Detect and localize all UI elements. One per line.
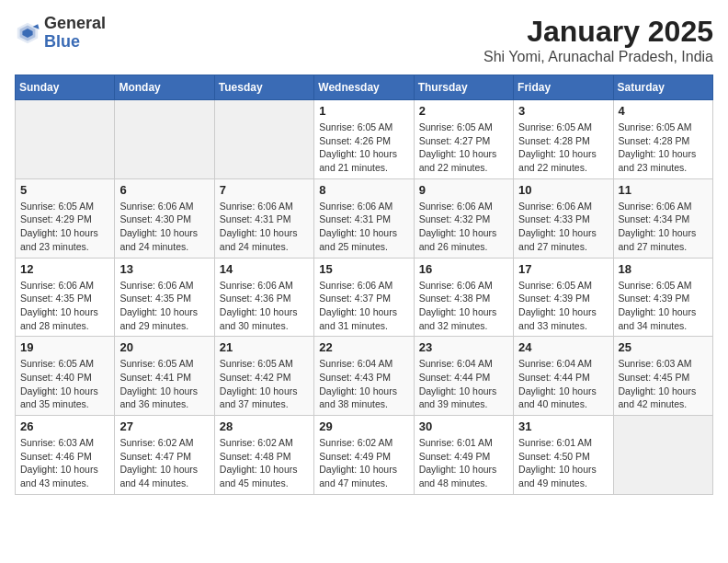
day-detail: Sunrise: 6:06 AMSunset: 4:38 PMDaylight:… — [419, 279, 508, 333]
day-number: 16 — [419, 262, 508, 276]
day-number: 25 — [619, 340, 708, 354]
day-number: 15 — [319, 262, 408, 276]
day-number: 22 — [319, 340, 408, 354]
calendar-week-row: 1Sunrise: 6:05 AMSunset: 4:26 PMDaylight… — [16, 100, 713, 179]
day-number: 17 — [518, 262, 608, 276]
day-detail: Sunrise: 6:06 AMSunset: 4:30 PMDaylight:… — [119, 200, 209, 254]
calendar-cell: 12Sunrise: 6:06 AMSunset: 4:35 PMDayligh… — [16, 258, 115, 337]
calendar-cell: 1Sunrise: 6:05 AMSunset: 4:26 PMDaylight… — [314, 100, 414, 179]
calendar-cell — [115, 100, 214, 179]
calendar-cell: 3Sunrise: 6:05 AMSunset: 4:28 PMDaylight… — [514, 100, 613, 179]
day-detail: Sunrise: 6:06 AMSunset: 4:37 PMDaylight:… — [319, 279, 408, 333]
day-number: 31 — [518, 419, 608, 433]
day-number: 7 — [220, 183, 309, 197]
calendar-cell: 27Sunrise: 6:02 AMSunset: 4:47 PMDayligh… — [115, 416, 214, 495]
calendar-cell: 9Sunrise: 6:06 AMSunset: 4:32 PMDaylight… — [414, 178, 513, 258]
logo-general-text: General — [44, 14, 106, 32]
day-detail: Sunrise: 6:05 AMSunset: 4:29 PMDaylight:… — [20, 200, 109, 254]
calendar-week-row: 26Sunrise: 6:03 AMSunset: 4:46 PMDayligh… — [16, 416, 713, 495]
day-number: 29 — [319, 419, 408, 433]
day-number: 12 — [20, 262, 109, 276]
calendar-cell: 24Sunrise: 6:04 AMSunset: 4:44 PMDayligh… — [514, 337, 613, 416]
calendar-cell: 19Sunrise: 6:05 AMSunset: 4:40 PMDayligh… — [16, 337, 115, 416]
calendar-week-row: 19Sunrise: 6:05 AMSunset: 4:40 PMDayligh… — [16, 337, 713, 416]
logo-blue-text: Blue — [44, 32, 80, 51]
calendar-cell: 5Sunrise: 6:05 AMSunset: 4:29 PMDaylight… — [16, 178, 115, 258]
day-detail: Sunrise: 6:06 AMSunset: 4:33 PMDaylight:… — [518, 200, 608, 254]
day-number: 9 — [419, 183, 508, 197]
calendar-cell: 30Sunrise: 6:01 AMSunset: 4:49 PMDayligh… — [414, 416, 513, 495]
day-number: 19 — [20, 340, 109, 354]
day-detail: Sunrise: 6:02 AMSunset: 4:49 PMDaylight:… — [319, 436, 408, 490]
weekday-header: Sunday — [16, 75, 115, 100]
day-number: 23 — [419, 340, 508, 354]
day-number: 1 — [319, 104, 408, 118]
calendar-cell: 16Sunrise: 6:06 AMSunset: 4:38 PMDayligh… — [414, 258, 513, 337]
day-detail: Sunrise: 6:06 AMSunset: 4:31 PMDaylight:… — [319, 200, 408, 254]
calendar-cell: 14Sunrise: 6:06 AMSunset: 4:36 PMDayligh… — [214, 258, 313, 337]
calendar-cell: 23Sunrise: 6:04 AMSunset: 4:44 PMDayligh… — [414, 337, 513, 416]
calendar-cell: 6Sunrise: 6:06 AMSunset: 4:30 PMDaylight… — [115, 178, 214, 258]
day-number: 20 — [119, 340, 209, 354]
day-detail: Sunrise: 6:02 AMSunset: 4:48 PMDaylight:… — [220, 436, 309, 490]
day-detail: Sunrise: 6:04 AMSunset: 4:44 PMDaylight:… — [419, 357, 508, 411]
weekday-header: Wednesday — [314, 75, 414, 100]
calendar-cell: 2Sunrise: 6:05 AMSunset: 4:27 PMDaylight… — [414, 100, 513, 179]
day-number: 21 — [220, 340, 309, 354]
weekday-row: SundayMondayTuesdayWednesdayThursdayFrid… — [16, 75, 713, 100]
header: General Blue January 2025 Shi Yomi, Arun… — [15, 15, 713, 65]
calendar-cell: 31Sunrise: 6:01 AMSunset: 4:50 PMDayligh… — [514, 416, 613, 495]
day-detail: Sunrise: 6:04 AMSunset: 4:43 PMDaylight:… — [319, 357, 408, 411]
day-detail: Sunrise: 6:01 AMSunset: 4:50 PMDaylight:… — [518, 436, 608, 490]
calendar-cell: 20Sunrise: 6:05 AMSunset: 4:41 PMDayligh… — [115, 337, 214, 416]
day-detail: Sunrise: 6:05 AMSunset: 4:28 PMDaylight:… — [619, 121, 708, 175]
calendar-cell: 18Sunrise: 6:05 AMSunset: 4:39 PMDayligh… — [613, 258, 712, 337]
day-detail: Sunrise: 6:06 AMSunset: 4:36 PMDaylight:… — [220, 279, 309, 333]
calendar-cell: 29Sunrise: 6:02 AMSunset: 4:49 PMDayligh… — [314, 416, 414, 495]
calendar-cell: 4Sunrise: 6:05 AMSunset: 4:28 PMDaylight… — [613, 100, 712, 179]
logo-icon — [15, 20, 40, 46]
day-number: 27 — [119, 419, 209, 433]
page-subtitle: Shi Yomi, Arunachal Pradesh, India — [483, 49, 713, 65]
day-number: 18 — [619, 262, 708, 276]
page-title: January 2025 — [483, 15, 713, 49]
day-number: 30 — [419, 419, 508, 433]
day-detail: Sunrise: 6:01 AMSunset: 4:49 PMDaylight:… — [419, 436, 508, 490]
day-number: 24 — [518, 340, 608, 354]
weekday-header: Friday — [514, 75, 613, 100]
day-number: 8 — [319, 183, 408, 197]
calendar-cell: 15Sunrise: 6:06 AMSunset: 4:37 PMDayligh… — [314, 258, 414, 337]
day-number: 3 — [518, 104, 608, 118]
calendar-table: SundayMondayTuesdayWednesdayThursdayFrid… — [15, 75, 713, 495]
day-detail: Sunrise: 6:06 AMSunset: 4:32 PMDaylight:… — [419, 200, 508, 254]
day-detail: Sunrise: 6:05 AMSunset: 4:42 PMDaylight:… — [220, 357, 309, 411]
calendar-cell: 25Sunrise: 6:03 AMSunset: 4:45 PMDayligh… — [613, 337, 712, 416]
calendar-cell — [214, 100, 313, 179]
day-detail: Sunrise: 6:06 AMSunset: 4:35 PMDaylight:… — [119, 279, 209, 333]
calendar-cell: 21Sunrise: 6:05 AMSunset: 4:42 PMDayligh… — [214, 337, 313, 416]
day-detail: Sunrise: 6:05 AMSunset: 4:26 PMDaylight:… — [319, 121, 408, 175]
day-detail: Sunrise: 6:05 AMSunset: 4:28 PMDaylight:… — [518, 121, 608, 175]
calendar-cell: 10Sunrise: 6:06 AMSunset: 4:33 PMDayligh… — [514, 178, 613, 258]
day-number: 6 — [119, 183, 209, 197]
day-number: 2 — [419, 104, 508, 118]
calendar-cell — [613, 416, 712, 495]
calendar-cell: 28Sunrise: 6:02 AMSunset: 4:48 PMDayligh… — [214, 416, 313, 495]
day-number: 10 — [518, 183, 608, 197]
calendar-cell: 22Sunrise: 6:04 AMSunset: 4:43 PMDayligh… — [314, 337, 414, 416]
calendar-cell: 17Sunrise: 6:05 AMSunset: 4:39 PMDayligh… — [514, 258, 613, 337]
day-detail: Sunrise: 6:03 AMSunset: 4:46 PMDaylight:… — [20, 436, 109, 490]
day-number: 14 — [220, 262, 309, 276]
day-number: 5 — [20, 183, 109, 197]
calendar-cell: 26Sunrise: 6:03 AMSunset: 4:46 PMDayligh… — [16, 416, 115, 495]
logo: General Blue — [15, 15, 106, 52]
day-detail: Sunrise: 6:06 AMSunset: 4:31 PMDaylight:… — [220, 200, 309, 254]
day-detail: Sunrise: 6:05 AMSunset: 4:27 PMDaylight:… — [419, 121, 508, 175]
day-detail: Sunrise: 6:03 AMSunset: 4:45 PMDaylight:… — [619, 357, 708, 411]
logo-text: General Blue — [44, 15, 106, 52]
day-detail: Sunrise: 6:06 AMSunset: 4:35 PMDaylight:… — [20, 279, 109, 333]
day-detail: Sunrise: 6:05 AMSunset: 4:41 PMDaylight:… — [119, 357, 209, 411]
calendar-cell: 11Sunrise: 6:06 AMSunset: 4:34 PMDayligh… — [613, 178, 712, 258]
calendar-cell: 7Sunrise: 6:06 AMSunset: 4:31 PMDaylight… — [214, 178, 313, 258]
title-area: January 2025 Shi Yomi, Arunachal Pradesh… — [483, 15, 713, 65]
